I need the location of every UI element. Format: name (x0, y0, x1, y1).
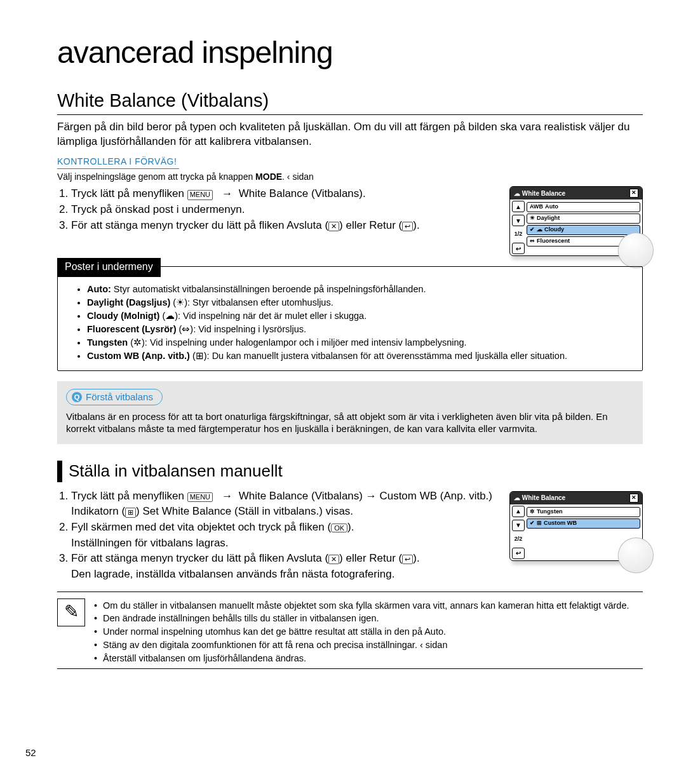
manual-heading: Ställa in vitbalansen manuellt (57, 461, 643, 482)
submenu-item: Tungsten (✲): Vid inspelning under halog… (87, 337, 632, 349)
preflight-line: Välj inspelningsläge genom att trycka på… (57, 171, 643, 182)
submenu-item: Auto: Styr automatiskt vitbalansinställn… (87, 283, 632, 295)
device-panel-1: ☁ White Balance ✕ ▲ ▼ 1/2 ↩ AWB Auto☀ Da… (509, 186, 643, 256)
step-3: För att stänga menyn trycker du lätt på … (71, 218, 506, 234)
tip-body: Vitbalans är en process för att ta bort … (66, 410, 634, 435)
device-option[interactable]: ☀ Daylight (527, 213, 640, 224)
step2-1: Tryck lätt på menyfliken MENU → White Ba… (71, 489, 506, 520)
intro-text: Färgen på din bild beror på typen och kv… (57, 120, 643, 149)
magnifier-icon: Q (72, 392, 82, 402)
tip-pill: Q Förstå vitbalans (66, 389, 163, 405)
procedure-2: Tryck lätt på menyfliken MENU → White Ba… (57, 489, 509, 583)
submenu-box: Poster i undermeny Auto: Styr automatisk… (57, 266, 643, 371)
device1-page-indicator: 1/2 (512, 229, 525, 240)
section-title: White Balance (Vitbalans) (57, 89, 643, 115)
bottom-rule (57, 668, 643, 669)
submenu-list: Auto: Styr automatiskt vitbalansinställn… (68, 283, 632, 362)
step2-2: Fyll skärmen med det vita objektet och t… (71, 520, 506, 551)
note-item: Återställ vitbalansen om ljusförhållande… (94, 652, 629, 665)
device-option[interactable]: ⇔ Fluorescent (527, 236, 640, 247)
device-option[interactable]: ✔ ⊞ Custom WB (527, 518, 640, 529)
note-block: ✎ Om du ställer in vitbalansen manuellt … (57, 591, 643, 666)
device1-up-icon[interactable]: ▲ (512, 201, 525, 212)
device2-close-icon[interactable]: ✕ (629, 494, 638, 503)
step-1: Tryck lätt på menyfliken MENU → White Ba… (71, 186, 506, 202)
close-icon: ✕ (328, 222, 339, 231)
close-icon: ✕ (328, 555, 339, 564)
return-icon: ↩ (402, 222, 413, 231)
note-list: Om du ställer in vitbalansen manuellt må… (94, 598, 629, 666)
pencil-note-icon: ✎ (57, 598, 85, 626)
device2-option-list: ✲ Tungsten✔ ⊞ Custom WB (527, 504, 642, 560)
device2-up-icon[interactable]: ▲ (512, 506, 525, 517)
wb-set-icon: ⊞ (125, 508, 136, 517)
note-item: Stäng av den digitala zoomfunktionen för… (94, 639, 629, 651)
note-item: Om du ställer in vitbalansen manuellt må… (94, 600, 629, 612)
procedure-1: Tryck lätt på menyfliken MENU → White Ba… (57, 186, 509, 233)
chapter-title: avancerad inspelning (57, 33, 643, 72)
device1-close-icon[interactable]: ✕ (629, 189, 638, 198)
tip-box: Q Förstå vitbalans Vitbalans är en proce… (57, 381, 643, 444)
device-option[interactable]: AWB Auto (527, 202, 640, 212)
ok-button-icon: OK (331, 524, 347, 532)
device1-option-list: AWB Auto☀ Daylight✔ ☁ Cloudy⇔ Fluorescen… (527, 199, 642, 255)
menu-icon: MENU (187, 492, 213, 502)
submenu-tab: Poster i undermeny (57, 258, 161, 277)
device1-return-icon[interactable]: ↩ (512, 243, 525, 254)
device1-down-icon[interactable]: ▼ (512, 215, 525, 226)
return-icon: ↩ (402, 555, 413, 564)
submenu-item: Cloudy (Molnigt) (☁): Vid inspelning när… (87, 310, 632, 322)
note-item: Den ändrade inställningen behålls tills … (94, 612, 629, 625)
device-panel-2: ☁ White Balance ✕ ▲ ▼ 2/2 ↩ ✲ Tungsten✔ … (509, 491, 643, 561)
device1-side: ▲ ▼ 1/2 ↩ (510, 199, 527, 255)
submenu-item: Daylight (Dagsljus) (☀): Styr vitbalanse… (87, 297, 632, 309)
note-item: Under normal inspelning utomhus kan det … (94, 626, 629, 638)
device2-page-indicator: 2/2 (512, 534, 525, 545)
submenu-item: Fluorescent (Lysrör) (⇔): Vid inspelning… (87, 323, 632, 335)
device-option[interactable]: ✔ ☁ Cloudy (527, 225, 640, 235)
device2-down-icon[interactable]: ▼ (512, 520, 525, 531)
submenu-item: Custom WB (Anp. vitb.) (⊞): Du kan manue… (87, 350, 632, 362)
device2-return-icon[interactable]: ↩ (512, 548, 525, 559)
device1-title: ☁ White Balance (514, 189, 565, 198)
menu-icon: MENU (187, 190, 213, 199)
step2-3: För att stänga menyn trycker du lätt på … (71, 551, 506, 582)
device2-title: ☁ White Balance (514, 494, 565, 502)
preflight-tag: KONTROLLERA I FÖRVÄG! (57, 156, 179, 169)
step-2: Tryck på önskad post i undermenyn. (71, 202, 506, 218)
device2-side: ▲ ▼ 2/2 ↩ (510, 504, 527, 560)
device-option[interactable]: ✲ Tungsten (527, 507, 640, 517)
